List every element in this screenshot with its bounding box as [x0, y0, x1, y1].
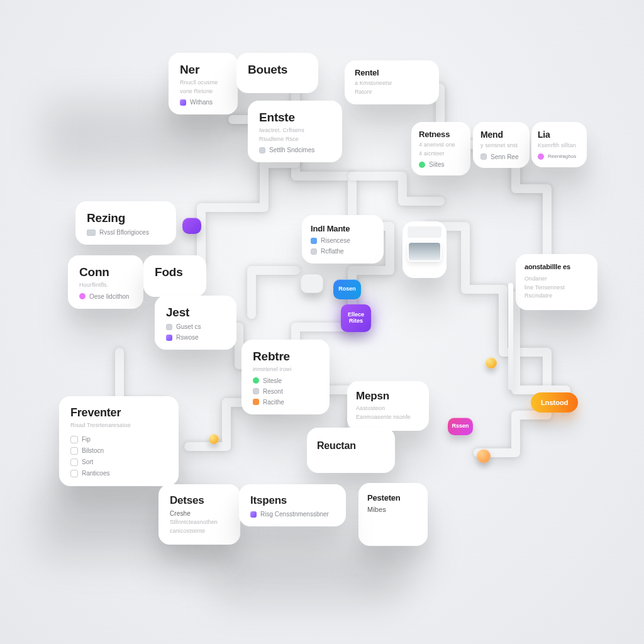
checkbox-row[interactable]: Bilstocn	[70, 447, 167, 455]
thumb-placeholder	[408, 226, 441, 238]
checkbox-icon[interactable]	[70, 458, 78, 466]
dot-icon	[87, 230, 96, 236]
card-rezing[interactable]: Rezing Rvssl Bflorigioces	[75, 201, 176, 245]
pill-lnstood[interactable]: Lnstood	[531, 392, 578, 413]
card-mepsn[interactable]: Mepsn Aastosteon Eanmoasente nsonfe	[347, 381, 429, 431]
card-title: Rezing	[87, 211, 165, 225]
dot-icon	[538, 153, 544, 160]
dot-icon	[180, 99, 186, 106]
checkbox-row[interactable]: Ranticoes	[70, 470, 167, 477]
card-itspens[interactable]: Itspens Risg Censstnmenssbner	[239, 484, 346, 526]
card-jest[interactable]: Jest Guset cs Rswose	[155, 296, 236, 350]
dot-icon	[480, 153, 487, 160]
card-indl-mante[interactable]: Indl Mante Risencese Rcflathe	[302, 215, 384, 264]
row-label: Reeniraghos	[548, 153, 576, 159]
row-label: Resont	[263, 388, 283, 395]
card-title: Entste	[259, 111, 331, 125]
card-sub: inmetenel irowi	[253, 366, 318, 374]
card-mend[interactable]: Mend y sensnet snst Senn Ree	[473, 122, 530, 168]
card-detses[interactable]: Detses Creshe Stllnntcteasnothen canicos…	[158, 484, 240, 545]
card-membl[interactable]: aonstabillle es Ondaner line Tensennest …	[516, 254, 597, 310]
card-title: Ner	[180, 63, 226, 77]
row-label: Sitesle	[263, 377, 282, 384]
card-title: Rebtre	[253, 350, 318, 364]
card-sub: canicostsente	[170, 528, 229, 535]
card-sub: vone Retone	[180, 88, 226, 96]
dot-icon	[253, 377, 259, 384]
chip-magenta[interactable]: Rssen	[448, 418, 473, 435]
card-title: Mend	[480, 130, 522, 140]
card-rebtre[interactable]: Rebtre inmetenel irowi Sitesle Resont Ra…	[242, 340, 330, 414]
card-sub: 4 anenvst one	[419, 142, 463, 149]
dot-icon	[311, 248, 317, 255]
row-label: Racithe	[263, 399, 284, 406]
chip-purple-small[interactable]	[182, 218, 201, 234]
row-label: Rswose	[176, 334, 199, 341]
row-label: Senn Ree	[491, 153, 518, 160]
chip-purple-main[interactable]: Ellece Rites	[341, 304, 371, 332]
image-thumb	[408, 242, 441, 262]
card-title: Indl Mante	[311, 224, 375, 233]
checkbox-row[interactable]: Fip	[70, 436, 167, 443]
chip-blue[interactable]: Rosen	[333, 279, 361, 299]
row-label: Siites	[429, 161, 444, 168]
card-sub: a Kmstoneetsr	[355, 80, 429, 87]
card-sub: line Tensennest	[525, 284, 589, 292]
row-label: Settlh Sndcimes	[269, 147, 314, 153]
card-sub: 4 aicnteer	[419, 150, 463, 158]
card-sub: Rnucll ocusme	[180, 79, 226, 87]
dot-icon	[166, 324, 172, 330]
card-freventer[interactable]: Freventer Risad Tresrtenaresatoe Fip Bil…	[59, 396, 179, 486]
checkbox-row[interactable]: Sort	[70, 458, 167, 466]
card-sub: Creshe	[170, 509, 229, 518]
dot-icon	[311, 238, 317, 244]
card-sub: Risad Tresrtenaresatoe	[70, 422, 167, 430]
flow-canvas: Ner Rnucll ocusme vone Retone Withans Bo…	[0, 0, 644, 644]
card-sub: Eanmoasente nsonfe	[356, 414, 420, 421]
chip-gray[interactable]	[301, 274, 323, 293]
card-title: Rentel	[355, 68, 429, 77]
card-entste[interactable]: Entste Iwactret. Crftsens Rsudtene Rsce …	[248, 101, 342, 162]
card-conn[interactable]: Conn Hourflintfls. Oese lidcithon	[68, 255, 143, 309]
card-sub: Ratonr	[355, 89, 429, 96]
card-sub: Ondaner	[525, 275, 589, 283]
card-bouets[interactable]: Bouets	[236, 53, 318, 93]
card-hetness[interactable]: Retness 4 anenvst one 4 aicnteer Siites	[411, 122, 470, 175]
card-fods[interactable]: Fods	[143, 255, 206, 297]
checkbox-icon[interactable]	[70, 447, 78, 455]
card-title: Pesteten	[367, 493, 419, 502]
row-label: Rcflathe	[321, 248, 344, 255]
card-title: Retness	[419, 130, 463, 139]
check-label: Bilstocn	[82, 447, 104, 454]
dot-icon	[166, 335, 172, 341]
card-sub: Iwactret. Crftsens	[259, 127, 331, 135]
connector-pipes	[0, 0, 644, 644]
card-title: Mepsn	[356, 390, 420, 402]
node-ball-yellow	[486, 357, 497, 369]
dot-icon	[253, 388, 259, 394]
card-thumbnail[interactable]	[402, 221, 447, 278]
card-title: Conn	[79, 265, 132, 279]
card-title: Detses	[170, 494, 229, 507]
card-ner[interactable]: Ner Rnucll ocusme vone Retone Withans	[169, 53, 238, 114]
card-rentel[interactable]: Rentel a Kmstoneetsr Ratonr	[345, 60, 439, 104]
checkbox-icon[interactable]	[70, 436, 78, 443]
card-title: Itspens	[250, 494, 335, 507]
dot-icon	[419, 162, 425, 168]
checkbox-icon[interactable]	[70, 470, 78, 477]
check-label: Fip	[82, 436, 91, 443]
dot-icon	[253, 399, 259, 405]
card-sub: Rscindatre	[525, 292, 589, 300]
card-sub: Hourflintfls.	[79, 282, 132, 289]
card-pesteten[interactable]: Pesteten Mibes	[358, 483, 428, 546]
row-label: Risg Censstnmenssbner	[260, 511, 329, 518]
check-label: Sort	[82, 458, 93, 465]
card-sub: Rsudtene Rsce	[259, 136, 331, 143]
card-lia[interactable]: Lia Ksenrfth silltan Reeniraghos	[531, 122, 587, 167]
row-label: Rvssl Bflorigioces	[99, 229, 149, 236]
card-reuctan[interactable]: Reuctan	[307, 428, 395, 473]
card-title: Lia	[538, 130, 580, 140]
slider-track[interactable]	[508, 283, 513, 390]
row-label: Guset cs	[176, 323, 201, 330]
card-sub: Ksenrfth silltan	[538, 142, 580, 150]
